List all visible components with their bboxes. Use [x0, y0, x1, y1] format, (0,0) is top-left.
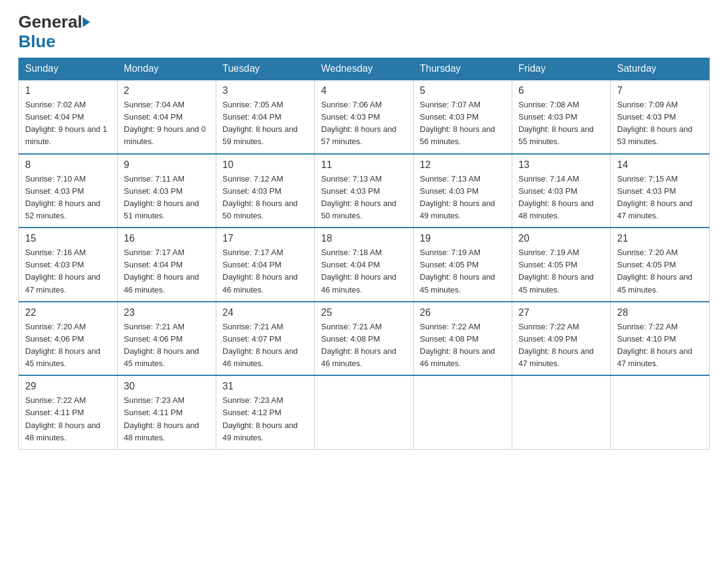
sunset-label: Sunset: 4:03 PM: [321, 112, 380, 121]
sunrise-label: Sunrise: 7:07 AM: [420, 100, 480, 109]
daylight-label: Daylight: 8 hours and 46 minutes.: [321, 272, 396, 294]
sunrise-label: Sunrise: 7:17 AM: [222, 248, 283, 257]
calendar-day-cell: 22 Sunrise: 7:20 AM Sunset: 4:06 PM Dayl…: [19, 302, 118, 376]
calendar-day-cell: 27 Sunrise: 7:22 AM Sunset: 4:09 PM Dayl…: [512, 302, 611, 376]
day-info: Sunrise: 7:12 AM Sunset: 4:03 PM Dayligh…: [222, 173, 308, 223]
sunset-label: Sunset: 4:08 PM: [321, 334, 380, 343]
daylight-label: Daylight: 8 hours and 46 minutes.: [222, 272, 298, 294]
day-info: Sunrise: 7:22 AM Sunset: 4:11 PM Dayligh…: [25, 394, 111, 444]
day-header-thursday: Thursday: [414, 58, 512, 80]
daylight-label: Daylight: 8 hours and 55 minutes.: [518, 124, 594, 146]
sunrise-label: Sunrise: 7:08 AM: [518, 100, 579, 109]
daylight-label: Daylight: 8 hours and 46 minutes.: [420, 347, 495, 368]
daylight-label: Daylight: 8 hours and 47 minutes.: [25, 272, 100, 294]
day-number: 31: [222, 381, 308, 392]
sunset-label: Sunset: 4:04 PM: [222, 112, 281, 121]
calendar-day-cell: 25 Sunrise: 7:21 AM Sunset: 4:08 PM Dayl…: [315, 302, 414, 376]
calendar-day-cell: 18 Sunrise: 7:18 AM Sunset: 4:04 PM Dayl…: [315, 228, 414, 302]
day-header-tuesday: Tuesday: [216, 58, 315, 80]
daylight-label: Daylight: 8 hours and 49 minutes.: [420, 199, 495, 220]
sunset-label: Sunset: 4:03 PM: [321, 186, 380, 196]
day-header-saturday: Saturday: [611, 58, 710, 80]
calendar-day-cell: 9 Sunrise: 7:11 AM Sunset: 4:03 PM Dayli…: [118, 154, 216, 228]
sunrise-label: Sunrise: 7:22 AM: [518, 322, 579, 331]
calendar-day-cell: 21 Sunrise: 7:20 AM Sunset: 4:05 PM Dayl…: [611, 228, 710, 302]
calendar-day-cell: 6 Sunrise: 7:08 AM Sunset: 4:03 PM Dayli…: [512, 80, 611, 154]
day-number: 30: [124, 381, 210, 392]
day-info: Sunrise: 7:21 AM Sunset: 4:07 PM Dayligh…: [222, 321, 308, 370]
calendar-day-cell: 7 Sunrise: 7:09 AM Sunset: 4:03 PM Dayli…: [611, 80, 710, 154]
day-number: 27: [518, 307, 604, 318]
day-info: Sunrise: 7:17 AM Sunset: 4:04 PM Dayligh…: [124, 247, 210, 296]
daylight-label: Daylight: 8 hours and 49 minutes.: [222, 421, 298, 442]
day-number: 24: [222, 307, 308, 318]
sunrise-label: Sunrise: 7:14 AM: [518, 174, 579, 183]
sunrise-label: Sunrise: 7:19 AM: [420, 248, 480, 257]
calendar-empty-cell: [414, 375, 512, 449]
calendar-day-cell: 26 Sunrise: 7:22 AM Sunset: 4:08 PM Dayl…: [414, 302, 512, 376]
calendar-day-cell: 19 Sunrise: 7:19 AM Sunset: 4:05 PM Dayl…: [414, 228, 512, 302]
calendar-day-cell: 23 Sunrise: 7:21 AM Sunset: 4:06 PM Dayl…: [118, 302, 216, 376]
day-info: Sunrise: 7:20 AM Sunset: 4:05 PM Dayligh…: [617, 247, 703, 296]
day-info: Sunrise: 7:13 AM Sunset: 4:03 PM Dayligh…: [420, 173, 506, 223]
daylight-label: Daylight: 8 hours and 48 minutes.: [518, 199, 594, 220]
calendar-day-cell: 3 Sunrise: 7:05 AM Sunset: 4:04 PM Dayli…: [216, 80, 315, 154]
sunrise-label: Sunrise: 7:05 AM: [222, 100, 283, 109]
sunset-label: Sunset: 4:07 PM: [222, 334, 281, 343]
sunset-label: Sunset: 4:04 PM: [124, 260, 183, 269]
sunset-label: Sunset: 4:05 PM: [518, 260, 577, 269]
sunrise-label: Sunrise: 7:12 AM: [222, 174, 283, 183]
day-info: Sunrise: 7:23 AM Sunset: 4:11 PM Dayligh…: [124, 394, 210, 444]
calendar-day-cell: 2 Sunrise: 7:04 AM Sunset: 4:04 PM Dayli…: [118, 80, 216, 154]
sunset-label: Sunset: 4:09 PM: [518, 334, 577, 343]
day-number: 8: [25, 159, 111, 170]
sunrise-label: Sunrise: 7:20 AM: [617, 248, 678, 257]
sunrise-label: Sunrise: 7:09 AM: [617, 100, 678, 109]
daylight-label: Daylight: 8 hours and 45 minutes.: [25, 347, 100, 368]
day-number: 22: [25, 307, 111, 318]
logo-blue: Blue: [18, 32, 56, 51]
day-number: 13: [518, 159, 604, 170]
day-info: Sunrise: 7:10 AM Sunset: 4:03 PM Dayligh…: [25, 173, 111, 223]
sunrise-label: Sunrise: 7:18 AM: [321, 248, 382, 257]
sunrise-label: Sunrise: 7:10 AM: [25, 174, 86, 183]
day-number: 26: [420, 307, 506, 318]
day-number: 19: [420, 233, 506, 244]
day-info: Sunrise: 7:14 AM Sunset: 4:03 PM Dayligh…: [518, 173, 604, 223]
calendar-week-row: 15 Sunrise: 7:16 AM Sunset: 4:03 PM Dayl…: [19, 228, 710, 302]
calendar-day-cell: 28 Sunrise: 7:22 AM Sunset: 4:10 PM Dayl…: [611, 302, 710, 376]
sunset-label: Sunset: 4:03 PM: [518, 186, 577, 196]
day-info: Sunrise: 7:16 AM Sunset: 4:03 PM Dayligh…: [25, 247, 111, 296]
daylight-label: Daylight: 8 hours and 46 minutes.: [124, 272, 199, 294]
day-number: 20: [518, 233, 604, 244]
sunset-label: Sunset: 4:03 PM: [420, 186, 479, 196]
day-number: 28: [617, 307, 703, 318]
daylight-label: Daylight: 8 hours and 47 minutes.: [617, 347, 692, 368]
sunrise-label: Sunrise: 7:16 AM: [25, 248, 86, 257]
daylight-label: Daylight: 8 hours and 45 minutes.: [617, 272, 692, 294]
daylight-label: Daylight: 8 hours and 45 minutes.: [124, 347, 199, 368]
day-info: Sunrise: 7:23 AM Sunset: 4:12 PM Dayligh…: [222, 394, 308, 444]
daylight-label: Daylight: 8 hours and 48 minutes.: [124, 421, 199, 442]
day-number: 15: [25, 233, 111, 244]
logo: General Blue: [18, 12, 90, 52]
day-number: 5: [420, 85, 506, 96]
sunset-label: Sunset: 4:06 PM: [124, 334, 183, 343]
day-number: 21: [617, 233, 703, 244]
day-info: Sunrise: 7:13 AM Sunset: 4:03 PM Dayligh…: [321, 173, 407, 223]
day-number: 12: [420, 159, 506, 170]
calendar-day-cell: 13 Sunrise: 7:14 AM Sunset: 4:03 PM Dayl…: [512, 154, 611, 228]
sunset-label: Sunset: 4:12 PM: [222, 408, 281, 417]
day-info: Sunrise: 7:02 AM Sunset: 4:04 PM Dayligh…: [25, 99, 111, 148]
day-number: 11: [321, 159, 407, 170]
day-info: Sunrise: 7:19 AM Sunset: 4:05 PM Dayligh…: [420, 247, 506, 296]
calendar-day-cell: 8 Sunrise: 7:10 AM Sunset: 4:03 PM Dayli…: [19, 154, 118, 228]
daylight-label: Daylight: 8 hours and 46 minutes.: [321, 347, 396, 368]
sunset-label: Sunset: 4:03 PM: [617, 186, 676, 196]
day-number: 16: [124, 233, 210, 244]
sunset-label: Sunset: 4:03 PM: [518, 112, 577, 121]
sunrise-label: Sunrise: 7:23 AM: [124, 396, 184, 405]
calendar-empty-cell: [315, 375, 414, 449]
daylight-label: Daylight: 8 hours and 46 minutes.: [222, 347, 298, 368]
calendar-week-row: 22 Sunrise: 7:20 AM Sunset: 4:06 PM Dayl…: [19, 302, 710, 376]
